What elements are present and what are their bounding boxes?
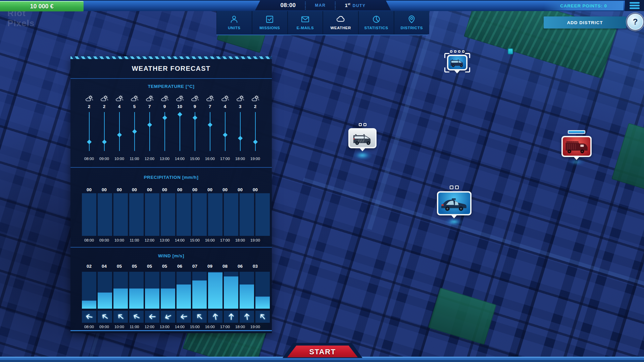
wind-direction-arrow-icon — [211, 312, 220, 321]
add-district-button[interactable]: ADD DISTRICT — [544, 16, 626, 29]
wind-bar-track — [129, 272, 144, 309]
capacity-slot-icon — [462, 50, 464, 53]
temperature-point-marker — [102, 140, 106, 144]
tab-districts[interactable]: DISTRICTS — [394, 10, 429, 34]
map-poi-marker[interactable] — [508, 48, 513, 54]
wind-values-row: 020405050505060709080603 — [82, 263, 263, 269]
precipitation-bar — [224, 193, 238, 236]
hour-label: 15:00 — [190, 157, 200, 161]
wind-value: 05 — [132, 264, 137, 269]
hour-label: 09:00 — [99, 238, 109, 242]
wind-bar — [192, 280, 207, 309]
precipitation-value: 00 — [222, 187, 228, 192]
temperature-value: 4 — [224, 104, 227, 109]
hour-label: 11:00 — [130, 325, 139, 329]
temperature-range-line — [104, 112, 105, 151]
partly-cloudy-icon — [206, 95, 214, 102]
temperature-value: 2 — [88, 104, 91, 109]
capacity-slots — [437, 186, 472, 189]
temperature-point-marker — [147, 122, 152, 127]
hour-label: 08:00 — [84, 238, 94, 242]
precipitation-value: 00 — [207, 187, 212, 192]
wind-direction-cell — [161, 311, 175, 323]
precipitation-chart — [82, 193, 263, 236]
weather-condition-cell — [248, 95, 263, 102]
temperature-range-line — [255, 112, 256, 151]
temperature-values-row: 2245791097432 — [82, 103, 263, 109]
temperature-chart — [82, 112, 263, 151]
ambulance-unit-marker[interactable] — [348, 128, 377, 148]
wind-value: 06 — [238, 264, 243, 269]
temperature-point-marker — [238, 136, 242, 141]
police-car-unit-marker[interactable] — [437, 191, 472, 215]
partly-cloudy-icon — [100, 95, 108, 102]
cloud-icon — [336, 15, 345, 24]
duty-label: DUTY — [353, 3, 366, 8]
separator-dots: ⋮⋮ — [303, 1, 308, 10]
wind-section-label: WIND [m/s] — [70, 253, 272, 258]
tab-emails[interactable]: E-MAILS — [288, 10, 323, 34]
weather-forecast-panel: WEATHER FORECAST TEMPERATURE [°C] 224579… — [70, 56, 272, 333]
start-button[interactable]: START — [281, 342, 364, 362]
wind-bar — [224, 276, 238, 309]
temperature-range-line — [119, 112, 120, 151]
help-button[interactable]: ? — [627, 14, 643, 30]
partly-cloudy-icon — [161, 95, 169, 102]
tab-missions[interactable]: MISSIONS — [252, 10, 287, 34]
tab-label: UNITS — [228, 26, 241, 30]
hour-label: 19:00 — [250, 157, 260, 161]
wind-value: 08 — [222, 264, 228, 269]
game-month: MAR — [315, 3, 326, 8]
wind-direction-arrow-icon — [85, 312, 94, 321]
tab-label: WEATHER — [331, 26, 351, 30]
temperature-value: 2 — [254, 104, 257, 109]
wind-bar-track — [145, 272, 159, 309]
person-icon — [230, 15, 239, 24]
weather-condition-cell — [157, 95, 172, 102]
weather-condition-cell — [82, 95, 97, 102]
fire-truck-unit-marker[interactable] — [561, 136, 592, 157]
precipitation-bar — [129, 193, 144, 236]
wind-bar-track — [255, 272, 270, 309]
marker-pointer — [454, 70, 460, 73]
capacity-slot-icon — [450, 186, 453, 189]
hamburger-menu-icon[interactable] — [630, 2, 640, 9]
money-display[interactable]: 10 000 € — [0, 1, 84, 11]
precipitation-value: 00 — [177, 187, 182, 192]
tab-label: MISSIONS — [259, 26, 280, 30]
wind-direction-cell — [208, 311, 222, 323]
wind-bar — [113, 289, 128, 309]
precipitation-value: 00 — [87, 187, 92, 192]
capacity-slot-icon — [458, 50, 460, 53]
game-time: 08:00 — [281, 2, 296, 9]
precipitation-bar — [192, 193, 207, 236]
wind-bar — [255, 297, 270, 309]
tab-units[interactable]: UNITS — [217, 10, 252, 34]
map-pin-icon — [407, 15, 416, 24]
weather-condition-cell — [172, 95, 187, 102]
tab-label: E-MAILS — [297, 26, 314, 30]
hour-label: 18:00 — [235, 325, 245, 329]
hour-label: 16:00 — [205, 157, 215, 161]
police-van-unit-marker[interactable] — [447, 55, 467, 70]
hour-label: 12:00 — [145, 325, 154, 329]
wind-direction-cell — [192, 311, 207, 323]
tab-label: STATISTICS — [364, 26, 388, 30]
temperature-value: 2 — [103, 104, 106, 109]
wind-bar — [177, 285, 191, 309]
weather-condition-cell — [187, 95, 202, 102]
temperature-point-marker — [222, 133, 227, 137]
precipitation-bar — [98, 193, 112, 236]
wind-direction-arrow-icon — [163, 311, 174, 322]
tab-weather[interactable]: WEATHER — [323, 10, 358, 34]
wind-value: 06 — [177, 264, 182, 269]
temperature-value: 4 — [118, 104, 121, 109]
precipitation-section-label: PRECIPITATION [mm/h] — [70, 175, 272, 180]
wind-bar — [240, 285, 254, 309]
temperature-point-marker — [117, 133, 121, 137]
tab-statistics[interactable]: STATISTICS — [359, 10, 394, 34]
hour-label: 19:00 — [250, 238, 260, 242]
precipitation-bar — [145, 193, 159, 236]
capacity-slot-icon — [455, 186, 459, 189]
wind-bar — [208, 272, 222, 309]
